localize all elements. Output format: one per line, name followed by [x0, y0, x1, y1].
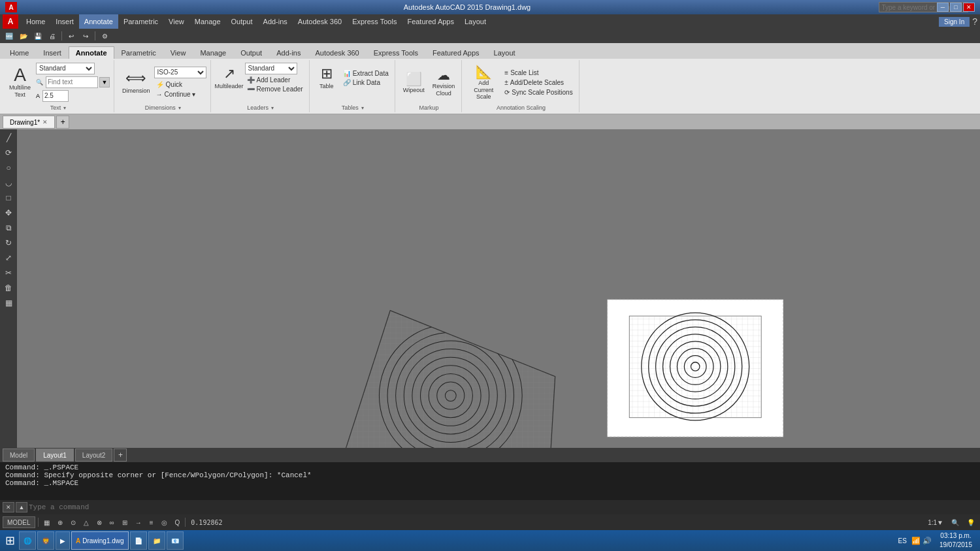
find-text-button[interactable]: ▼ [99, 77, 110, 87]
taskbar-chrome[interactable]: 🦁 [37, 531, 54, 550]
find-text-input[interactable] [46, 76, 98, 88]
menu-insert[interactable]: Insert [50, 14, 79, 29]
quick-dimension-button[interactable]: ⚡Quick [154, 80, 206, 89]
menu-home[interactable]: Home [21, 14, 50, 29]
taskbar-email[interactable]: 📧 [167, 531, 184, 550]
taskbar-explorer[interactable]: 📁 [148, 531, 165, 550]
dimension-button[interactable]: ⟺ Dimension [120, 66, 153, 99]
close-button[interactable]: ✕ [963, 3, 975, 12]
help-icon[interactable]: ? [972, 16, 977, 27]
menu-view[interactable]: View [163, 14, 189, 29]
continue-dimension-button[interactable]: →Continue ▾ [154, 90, 206, 99]
leaders-expand-arrow[interactable]: ▾ [271, 105, 274, 111]
menu-parametric[interactable]: Parametric [118, 14, 163, 29]
copy-button[interactable]: ⧉ [1, 221, 16, 235]
taskbar-media[interactable]: ▶ [56, 531, 70, 550]
zoom-button[interactable]: 🔍 [949, 515, 962, 529]
polar-button[interactable]: △ [81, 515, 91, 529]
start-button[interactable]: ⊞ [3, 533, 18, 548]
maximize-button[interactable]: □ [950, 3, 962, 12]
menu-layout[interactable]: Layout [459, 14, 491, 29]
revision-cloud-button[interactable]: ☁ RevisionCloud [430, 66, 458, 99]
tab-annotate[interactable]: Annotate [69, 46, 114, 59]
dimension-style-combo[interactable]: ISO-25 [154, 67, 206, 78]
text-style-combo[interactable]: Standard [36, 63, 95, 74]
new-file-button[interactable]: 🆕 [3, 30, 16, 42]
leader-style-combo[interactable]: Standard [245, 63, 297, 74]
tab-featuredapps[interactable]: Featured Apps [425, 46, 487, 59]
taskbar-acad[interactable]: A Drawing1.dwg [71, 531, 129, 550]
cmd-up-button[interactable]: ▲ [16, 502, 27, 512]
drawing-area[interactable]: ╱ ⟳ ○ ◡ □ ✥ ⧉ ↻ ⤢ ✂ 🗑 ▦ [0, 129, 980, 448]
command-input-row[interactable]: ✕ ▲ [0, 500, 980, 514]
otrack-button[interactable]: ∞ [107, 515, 117, 529]
text-expand-arrow[interactable]: ▾ [63, 105, 66, 111]
remove-leader-button[interactable]: ➖Remove Leader [245, 85, 305, 93]
tab-home[interactable]: Home [3, 46, 36, 59]
redo-button[interactable]: ↪ [79, 30, 92, 42]
undo-button[interactable]: ↩ [65, 30, 78, 42]
table-button[interactable]: ⊞ Table [315, 61, 338, 94]
model-space-button[interactable]: MODEL [3, 516, 35, 528]
canvas-area[interactable] [17, 129, 980, 448]
dimensions-expand-arrow[interactable]: ▾ [178, 105, 181, 111]
rotate-button[interactable]: ↻ [1, 236, 16, 250]
cmd-close-button[interactable]: ✕ [3, 502, 14, 512]
menu-expresstools[interactable]: Express Tools [347, 14, 402, 29]
draw-rect-button[interactable]: □ [1, 191, 16, 205]
sync-scale-positions-button[interactable]: ⟳Sync Scale Positions [502, 88, 574, 97]
document-tab-drawing1[interactable]: Drawing1* ✕ [3, 116, 55, 129]
multileader-button[interactable]: ↗ Multileader [216, 61, 242, 94]
layout-tab-layout2[interactable]: Layout2 [75, 449, 113, 462]
add-layout-tab-button[interactable]: + [114, 449, 127, 462]
snap-button[interactable]: ⊕ [55, 515, 65, 529]
tab-manage[interactable]: Manage [193, 46, 233, 59]
menu-featuredapps[interactable]: Featured Apps [402, 14, 459, 29]
draw-line-button[interactable]: ╱ [1, 131, 16, 145]
menu-addins[interactable]: Add-ins [258, 14, 293, 29]
add-delete-scales-button[interactable]: ±Add/Delete Scales [502, 78, 574, 87]
tab-addins[interactable]: Add-ins [269, 46, 308, 59]
wipeout-button[interactable]: ⬜ Wipeout [400, 70, 427, 95]
isolate-button[interactable]: 💡 [964, 515, 977, 529]
tables-expand-arrow[interactable]: ▾ [361, 105, 364, 111]
draw-circle-button[interactable]: ○ [1, 161, 16, 175]
grid-display-button[interactable]: ▦ [41, 515, 52, 529]
search-box-area[interactable] [917, 3, 929, 12]
taskbar-pdf[interactable]: 📄 [130, 531, 147, 550]
scale-list-button[interactable]: ≡Scale List [502, 69, 574, 77]
osnap-button[interactable]: ⊗ [94, 515, 105, 529]
add-current-scale-button[interactable]: 📐 AddCurrent Scale [467, 63, 500, 102]
tab-expresstools[interactable]: Express Tools [367, 46, 425, 59]
window-controls[interactable]: ─ □ ✕ [917, 3, 975, 12]
command-input[interactable] [29, 503, 977, 511]
ortho-button[interactable]: ⊙ [68, 515, 78, 529]
taskbar-ie[interactable]: 🌐 [19, 531, 36, 550]
tab-parametric[interactable]: Parametric [114, 46, 163, 59]
trim-button[interactable]: ✂ [1, 266, 16, 280]
menu-autodesk360[interactable]: Autodesk 360 [293, 14, 347, 29]
annotation-scale-button[interactable]: 1:1▼ [925, 515, 946, 529]
save-button[interactable]: 💾 [31, 30, 44, 42]
tab-insert[interactable]: Insert [36, 46, 69, 59]
move-button[interactable]: ✥ [1, 206, 16, 220]
app-menu-icon[interactable]: A [3, 14, 18, 29]
add-leader-button[interactable]: ➕Add Leader [245, 76, 305, 84]
workspace-button[interactable]: ⚙ [98, 30, 111, 42]
tab-layout[interactable]: Layout [487, 46, 523, 59]
menu-manage[interactable]: Manage [189, 14, 226, 29]
ducs-button[interactable]: ⊞ [120, 515, 130, 529]
link-data-button[interactable]: 🔗Link Data [341, 78, 391, 87]
sign-in-button[interactable]: Sign In [939, 17, 970, 27]
menu-output[interactable]: Output [226, 14, 258, 29]
erase-button[interactable]: 🗑 [1, 281, 16, 295]
close-tab-icon[interactable]: ✕ [42, 119, 48, 125]
tab-view[interactable]: View [163, 46, 193, 59]
transparency-button[interactable]: ◎ [159, 515, 170, 529]
dynmode-button[interactable]: → [133, 515, 144, 529]
tab-autodesk360[interactable]: Autodesk 360 [308, 46, 366, 59]
draw-arc-button[interactable]: ◡ [1, 176, 16, 190]
extract-data-button[interactable]: 📊Extract Data [341, 69, 391, 78]
text-size-input[interactable] [42, 90, 69, 102]
tab-output[interactable]: Output [233, 46, 269, 59]
